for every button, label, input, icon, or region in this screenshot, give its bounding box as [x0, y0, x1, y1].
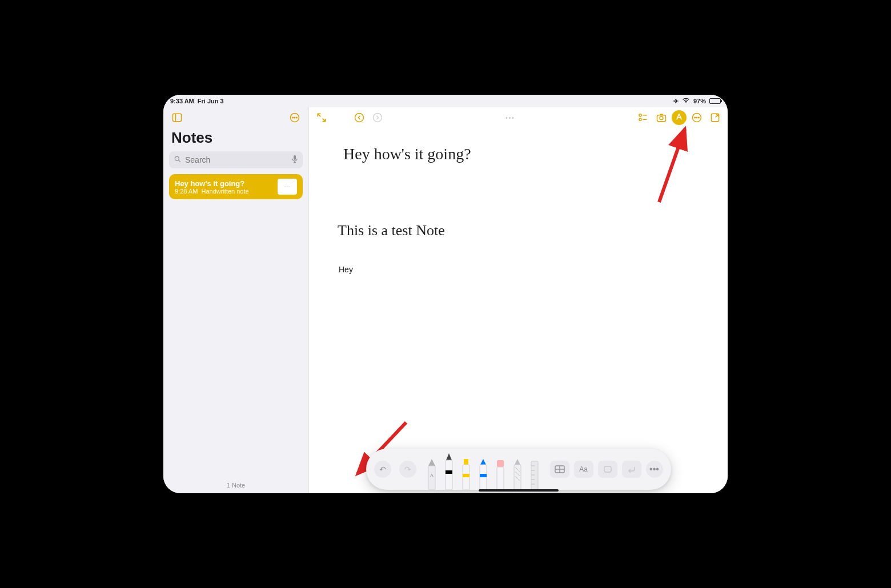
checklist-button[interactable] — [635, 110, 651, 126]
svg-point-18 — [695, 117, 696, 118]
tool-tray: A — [424, 449, 542, 490]
tool-pencil[interactable] — [476, 458, 491, 490]
palette-redo-button[interactable]: ↷ — [399, 461, 416, 478]
svg-point-9 — [355, 114, 364, 122]
annotation-arrow-to-markup — [653, 122, 693, 210]
markup-tool-palette[interactable]: ↶ ↷ A — [366, 449, 671, 490]
svg-point-13 — [639, 118, 641, 120]
sidebar-title: Notes — [163, 128, 308, 151]
search-input[interactable] — [185, 155, 288, 164]
palette-text-button[interactable]: Aa — [574, 461, 593, 478]
palette-table-button[interactable] — [550, 461, 569, 478]
svg-rect-36 — [497, 460, 504, 467]
handwriting-line-1: Hey how's it going? — [343, 145, 471, 163]
grab-handle-icon[interactable]: ••• — [388, 115, 633, 121]
status-time: 9:33 AM — [170, 98, 194, 104]
tool-pen[interactable] — [442, 453, 456, 490]
note-canvas[interactable]: Hey how's it going? This is a test Note … — [309, 128, 728, 493]
dictation-icon[interactable] — [291, 155, 298, 166]
tool-scribble-pen[interactable]: A — [424, 458, 439, 490]
wifi-icon — [682, 98, 690, 104]
svg-rect-49 — [604, 466, 611, 472]
sidebar-toolbar — [163, 107, 308, 128]
svg-line-7 — [179, 160, 180, 162]
undo-button[interactable] — [351, 110, 367, 126]
svg-rect-29 — [446, 470, 452, 474]
status-date: Fri Jun 3 — [198, 98, 224, 104]
svg-point-19 — [696, 117, 697, 118]
note-list-item[interactable]: Hey how's it going? 9:28 AM Handwritten … — [169, 174, 303, 199]
svg-marker-24 — [428, 459, 435, 466]
search-icon — [174, 155, 182, 165]
camera-button[interactable] — [653, 110, 669, 126]
airplane-mode-icon: ✈ — [673, 98, 679, 105]
sidebar-toggle-button[interactable] — [169, 110, 185, 126]
tool-marker[interactable] — [459, 458, 473, 490]
sidebar-footer: 1 Note — [163, 477, 308, 493]
svg-rect-8 — [294, 155, 296, 160]
svg-point-20 — [699, 117, 700, 118]
battery-percentage: 97% — [693, 98, 706, 104]
svg-rect-35 — [480, 474, 487, 477]
svg-rect-28 — [446, 460, 452, 490]
redo-button[interactable] — [370, 110, 386, 126]
palette-undo-button[interactable]: ↶ — [374, 461, 391, 478]
svg-rect-32 — [463, 474, 469, 477]
svg-point-6 — [175, 156, 179, 160]
note-item-title: Hey how's it going? — [175, 179, 272, 188]
typed-text: Hey — [339, 265, 353, 274]
sidebar-more-button[interactable] — [287, 110, 303, 126]
more-button[interactable] — [689, 110, 705, 126]
palette-more-button[interactable]: ••• — [646, 461, 663, 478]
ipad-device-frame: 9:33 AM Fri Jun 3 ✈ 97% — [154, 86, 737, 502]
screen: 9:33 AM Fri Jun 3 ✈ 97% — [163, 95, 728, 493]
svg-point-5 — [296, 117, 298, 118]
svg-marker-38 — [515, 459, 520, 465]
note-item-meta: 9:28 AM Handwritten note — [175, 188, 272, 195]
battery-icon — [709, 98, 721, 104]
svg-marker-33 — [480, 459, 486, 465]
editor-toolbar: ••• — [309, 107, 728, 128]
home-indicator[interactable] — [479, 489, 559, 492]
handwriting-line-2: This is a test Note — [338, 222, 445, 239]
tool-eraser[interactable] — [493, 458, 508, 490]
svg-marker-27 — [446, 453, 452, 460]
svg-point-11 — [639, 114, 641, 116]
palette-return-button[interactable] — [622, 461, 641, 478]
svg-point-16 — [660, 116, 663, 120]
fullscreen-button[interactable] — [314, 110, 330, 126]
svg-line-22 — [659, 129, 685, 202]
note-item-thumbnail: ~~~ — [278, 179, 297, 195]
svg-rect-39 — [514, 465, 521, 490]
notes-sidebar: Notes Hey how's it going? 9:28 AM Handwr… — [163, 107, 309, 493]
palette-autoshape-button[interactable] — [598, 461, 617, 478]
note-editor: ••• — [309, 107, 728, 493]
search-box[interactable] — [169, 151, 303, 168]
markup-button[interactable] — [672, 110, 687, 125]
svg-point-4 — [294, 117, 295, 118]
svg-point-3 — [292, 117, 294, 118]
svg-rect-37 — [497, 467, 504, 490]
svg-text:A: A — [430, 473, 433, 478]
status-bar: 9:33 AM Fri Jun 3 ✈ 97% — [163, 95, 728, 107]
tool-ruler[interactable] — [527, 458, 542, 490]
tool-lasso[interactable] — [510, 458, 525, 490]
svg-rect-30 — [464, 459, 468, 465]
new-note-button[interactable] — [707, 110, 723, 126]
svg-rect-0 — [173, 114, 182, 121]
svg-point-10 — [374, 114, 382, 122]
